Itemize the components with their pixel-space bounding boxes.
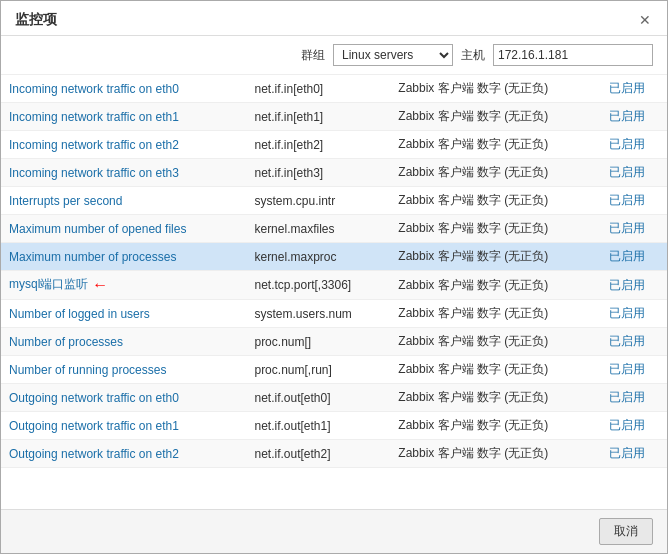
item-key: net.if.out[eth1] <box>246 412 390 440</box>
item-type: Zabbix 客户端 数字 (无正负) <box>390 356 601 384</box>
item-key: system.cpu.intr <box>246 187 390 215</box>
item-key: net.tcp.port[,3306] <box>246 271 390 300</box>
item-status: 已启用 <box>601 440 667 468</box>
table-row[interactable]: Number of running processesproc.num[,run… <box>1 356 667 384</box>
table-row[interactable]: Maximum number of opened fileskernel.max… <box>1 215 667 243</box>
table-row[interactable]: Outgoing network traffic on eth2net.if.o… <box>1 440 667 468</box>
item-type: Zabbix 客户端 数字 (无正负) <box>390 131 601 159</box>
item-type: Zabbix 客户端 数字 (无正负) <box>390 440 601 468</box>
item-key: system.users.num <box>246 300 390 328</box>
item-type: Zabbix 客户端 数字 (无正负) <box>390 300 601 328</box>
monitor-dialog: 监控项 ✕ 群组 Linux servers 主机 Incoming netwo… <box>0 0 668 554</box>
table-row[interactable]: Incoming network traffic on eth1net.if.i… <box>1 103 667 131</box>
item-key: net.if.in[eth0] <box>246 75 390 103</box>
items-table: Incoming network traffic on eth0net.if.i… <box>1 75 667 468</box>
item-key: proc.num[,run] <box>246 356 390 384</box>
item-key: kernel.maxproc <box>246 243 390 271</box>
item-key: net.if.out[eth0] <box>246 384 390 412</box>
table-row[interactable]: Incoming network traffic on eth0net.if.i… <box>1 75 667 103</box>
item-type: Zabbix 客户端 数字 (无正负) <box>390 103 601 131</box>
item-key: net.if.in[eth2] <box>246 131 390 159</box>
item-name[interactable]: Interrupts per second <box>1 187 246 215</box>
table-row[interactable]: Incoming network traffic on eth3net.if.i… <box>1 159 667 187</box>
item-name[interactable]: Incoming network traffic on eth3 <box>1 159 246 187</box>
table-wrapper: Incoming network traffic on eth0net.if.i… <box>1 75 667 509</box>
item-type: Zabbix 客户端 数字 (无正负) <box>390 75 601 103</box>
item-status: 已启用 <box>601 131 667 159</box>
item-name[interactable]: Number of logged in users <box>1 300 246 328</box>
item-type: Zabbix 客户端 数字 (无正负) <box>390 187 601 215</box>
item-status: 已启用 <box>601 384 667 412</box>
item-name[interactable]: Maximum number of processes <box>1 243 246 271</box>
dialog-title: 监控项 <box>15 11 57 29</box>
item-name[interactable]: Maximum number of opened files <box>1 215 246 243</box>
item-status: 已启用 <box>601 243 667 271</box>
item-status: 已启用 <box>601 159 667 187</box>
item-name[interactable]: mysql端口监听← <box>1 271 246 300</box>
group-label: 群组 <box>301 47 325 64</box>
item-status: 已启用 <box>601 356 667 384</box>
host-label: 主机 <box>461 47 485 64</box>
item-name[interactable]: Incoming network traffic on eth0 <box>1 75 246 103</box>
item-status: 已启用 <box>601 103 667 131</box>
host-input[interactable] <box>493 44 653 66</box>
dialog-footer: 取消 <box>1 509 667 553</box>
table-row[interactable]: Maximum number of processeskernel.maxpro… <box>1 243 667 271</box>
item-status: 已启用 <box>601 328 667 356</box>
item-type: Zabbix 客户端 数字 (无正负) <box>390 384 601 412</box>
item-status: 已启用 <box>601 187 667 215</box>
close-button[interactable]: ✕ <box>637 12 653 28</box>
item-type: Zabbix 客户端 数字 (无正负) <box>390 215 601 243</box>
item-key: kernel.maxfiles <box>246 215 390 243</box>
dialog-header: 监控项 ✕ <box>1 1 667 36</box>
item-status: 已启用 <box>601 75 667 103</box>
item-key: net.if.in[eth1] <box>246 103 390 131</box>
item-type: Zabbix 客户端 数字 (无正负) <box>390 328 601 356</box>
item-name[interactable]: Outgoing network traffic on eth0 <box>1 384 246 412</box>
group-select[interactable]: Linux servers <box>333 44 453 66</box>
item-status: 已启用 <box>601 300 667 328</box>
item-type: Zabbix 客户端 数字 (无正负) <box>390 271 601 300</box>
table-row[interactable]: Incoming network traffic on eth2net.if.i… <box>1 131 667 159</box>
item-status: 已启用 <box>601 271 667 300</box>
table-row[interactable]: Interrupts per secondsystem.cpu.intrZabb… <box>1 187 667 215</box>
table-row[interactable]: Number of logged in userssystem.users.nu… <box>1 300 667 328</box>
item-key: net.if.out[eth2] <box>246 440 390 468</box>
item-name[interactable]: Incoming network traffic on eth1 <box>1 103 246 131</box>
item-name[interactable]: Outgoing network traffic on eth2 <box>1 440 246 468</box>
item-status: 已启用 <box>601 412 667 440</box>
item-name[interactable]: Outgoing network traffic on eth1 <box>1 412 246 440</box>
item-status: 已启用 <box>601 215 667 243</box>
item-name[interactable]: Incoming network traffic on eth2 <box>1 131 246 159</box>
item-name[interactable]: Number of running processes <box>1 356 246 384</box>
item-name[interactable]: Number of processes <box>1 328 246 356</box>
item-type: Zabbix 客户端 数字 (无正负) <box>390 159 601 187</box>
item-key: proc.num[] <box>246 328 390 356</box>
cancel-button[interactable]: 取消 <box>599 518 653 545</box>
table-row[interactable]: Outgoing network traffic on eth1net.if.o… <box>1 412 667 440</box>
item-key: net.if.in[eth3] <box>246 159 390 187</box>
item-type: Zabbix 客户端 数字 (无正负) <box>390 243 601 271</box>
table-row[interactable]: mysql端口监听←net.tcp.port[,3306]Zabbix 客户端 … <box>1 271 667 300</box>
filter-bar: 群组 Linux servers 主机 <box>1 36 667 75</box>
item-type: Zabbix 客户端 数字 (无正负) <box>390 412 601 440</box>
arrow-icon: ← <box>92 276 108 294</box>
table-row[interactable]: Number of processesproc.num[]Zabbix 客户端 … <box>1 328 667 356</box>
table-row[interactable]: Outgoing network traffic on eth0net.if.o… <box>1 384 667 412</box>
